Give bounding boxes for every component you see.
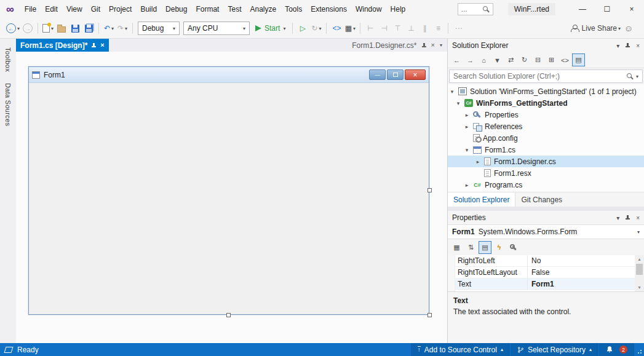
close-button[interactable]: × <box>619 0 644 18</box>
redo-button[interactable]: ↷▾ <box>116 21 129 36</box>
menu-item-debug[interactable]: Debug <box>161 2 191 16</box>
maximize-button[interactable]: ☐ <box>595 0 619 18</box>
categorized-icon[interactable]: ▦ <box>450 241 463 254</box>
show-output-button[interactable]: ▦▾ <box>343 21 357 36</box>
panel-close-icon[interactable]: × <box>636 42 640 49</box>
property-row-selected[interactable]: Text Form1 <box>448 279 635 290</box>
scroll-up-icon[interactable]: ▴ <box>638 256 640 262</box>
expander-icon[interactable]: ▸ <box>475 159 481 165</box>
save-button[interactable] <box>68 21 82 36</box>
menu-item-extensions[interactable]: Extensions <box>306 2 351 16</box>
align-lefts-button[interactable]: ⊢ <box>364 21 377 36</box>
menu-item-help[interactable]: Help <box>386 2 410 16</box>
feedback-button[interactable]: ☺ <box>622 21 635 36</box>
align-bottoms-button[interactable]: ⊥ <box>404 21 418 36</box>
tree-item-project[interactable]: ▾ C# WinForms_GettingStarted <box>448 97 644 109</box>
menu-item-window[interactable]: Window <box>351 2 386 16</box>
scrollbar[interactable]: ▴ ▾ <box>635 255 644 291</box>
tab-form1-designer-cs[interactable]: Form1.Designer.cs* <box>352 41 416 50</box>
form-client-area[interactable] <box>29 83 429 315</box>
start-debugging-button[interactable]: Start▾ <box>252 24 289 33</box>
tab-list-dropdown-icon[interactable]: ▾ <box>440 42 442 48</box>
auto-hide-pin-icon[interactable] <box>626 43 630 48</box>
align-tops-button[interactable]: ⊤ <box>391 21 404 36</box>
search-input[interactable] <box>453 72 624 81</box>
open-file-button[interactable] <box>55 21 68 36</box>
menu-item-test[interactable]: Test <box>223 2 245 16</box>
navigate-back-button[interactable]: ←▾ <box>5 21 21 36</box>
resize-handle-right[interactable] <box>427 188 432 192</box>
navigate-forward-button[interactable]: → <box>21 21 34 36</box>
resize-handle-bottom[interactable] <box>226 313 231 317</box>
tree-item-properties[interactable]: ▸ Properties <box>448 109 644 121</box>
window-position-icon[interactable]: ▾ <box>616 42 619 49</box>
menu-item-tools[interactable]: Tools <box>280 2 306 16</box>
tree-item-references[interactable]: ▸ References <box>448 121 644 132</box>
se-show-all-files-icon[interactable]: ⊞ <box>545 53 558 66</box>
solution-configuration-dropdown[interactable]: Debug▾ <box>138 22 180 35</box>
design-surface[interactable]: Form1 — × <box>16 52 447 343</box>
find-in-files-button[interactable]: <> <box>330 21 343 36</box>
sidebar-tab-toolbox[interactable]: Toolbox <box>4 47 12 72</box>
tab-form1-design[interactable]: Form1.cs [Design]* × <box>16 39 109 52</box>
expander-icon[interactable]: ▸ <box>464 182 470 188</box>
scrollbar-thumb[interactable] <box>636 264 643 275</box>
properties-header[interactable]: Properties ▾ × <box>448 211 644 224</box>
form-close-button[interactable]: × <box>405 69 426 80</box>
scroll-down-icon[interactable]: ▾ <box>638 285 640 290</box>
expander-icon[interactable]: ▾ <box>455 100 461 106</box>
tree-item-form1-resx[interactable]: Form1.resx <box>448 167 644 179</box>
auto-hide-pin-icon[interactable] <box>626 215 630 220</box>
sidebar-tab-data-sources[interactable]: Data Sources <box>4 83 12 126</box>
se-filter-icon[interactable]: ▼ <box>491 53 504 66</box>
toolbar-overflow-button[interactable]: ⋯ <box>451 21 465 36</box>
chevron-down-icon[interactable]: ▾ <box>637 229 640 235</box>
quick-search-box[interactable]: ... <box>458 3 493 15</box>
menu-item-format[interactable]: Format <box>191 2 223 16</box>
pin-icon[interactable] <box>92 43 96 48</box>
alphabetical-icon[interactable]: ⇅ <box>464 241 477 254</box>
expander-icon[interactable]: ▸ <box>464 112 470 118</box>
notifications-button[interactable]: 2 <box>599 343 634 356</box>
align-rights-button[interactable]: ⊣ <box>377 21 391 36</box>
tree-item-solution[interactable]: ▾ Solution 'WinForms_GettingStarted' (1 … <box>448 85 644 97</box>
new-project-button[interactable]: ▾ <box>41 21 55 36</box>
property-value[interactable]: Form1 <box>528 279 635 290</box>
se-forward-icon[interactable]: → <box>464 53 477 66</box>
menu-item-file[interactable]: File <box>20 2 41 16</box>
start-without-debugging-button[interactable]: ▷ <box>296 21 309 36</box>
se-collapse-all-icon[interactable]: ⊟ <box>531 53 544 66</box>
tab-close-icon[interactable]: × <box>100 42 104 49</box>
search-options-icon[interactable]: ▾ <box>636 74 638 79</box>
tree-item-form1-cs[interactable]: ▾ Form1.cs <box>448 144 644 156</box>
tab-close-icon[interactable]: × <box>431 42 435 49</box>
menu-item-build[interactable]: Build <box>136 2 161 16</box>
hot-reload-button[interactable]: ↻▾ <box>309 21 323 36</box>
select-repository-button[interactable]: Select Repository ▴ <box>511 343 598 356</box>
save-all-button[interactable] <box>82 21 95 36</box>
expander-icon[interactable]: ▸ <box>464 124 470 130</box>
tree-item-program-cs[interactable]: ▸ C# Program.cs <box>448 179 644 191</box>
se-refresh-icon[interactable]: ↻ <box>518 53 531 66</box>
events-icon[interactable]: ϟ <box>493 241 506 254</box>
make-same-size-button[interactable]: ≡ <box>431 21 445 36</box>
menu-item-project[interactable]: Project <box>105 2 136 16</box>
se-sync-icon[interactable]: ⇄ <box>504 53 517 66</box>
menu-item-view[interactable]: View <box>62 2 87 16</box>
object-selector-dropdown[interactable]: Form1 System.Windows.Forms.Form ▾ <box>448 224 644 239</box>
resize-handle-bottom-right[interactable] <box>427 313 432 317</box>
se-view-code-icon[interactable]: <> <box>559 53 571 66</box>
menu-item-analyze[interactable]: Analyze <box>245 2 280 16</box>
resize-grip[interactable] <box>634 343 644 356</box>
solution-explorer-header[interactable]: Solution Explorer ▾ × <box>448 39 644 52</box>
se-home-icon[interactable]: ⌂ <box>477 53 490 66</box>
menu-item-git[interactable]: Git <box>87 2 105 16</box>
minimize-button[interactable]: — <box>570 0 595 18</box>
tab-solution-explorer[interactable]: Solution Explorer <box>448 192 515 207</box>
designed-form[interactable]: Form1 — × <box>28 66 429 315</box>
form-title-bar[interactable]: Form1 — × <box>29 67 429 83</box>
property-value[interactable]: False <box>528 267 635 278</box>
panel-close-icon[interactable]: × <box>636 215 640 221</box>
expander-icon[interactable]: ▾ <box>464 147 470 153</box>
property-pages-icon[interactable] <box>507 241 520 254</box>
